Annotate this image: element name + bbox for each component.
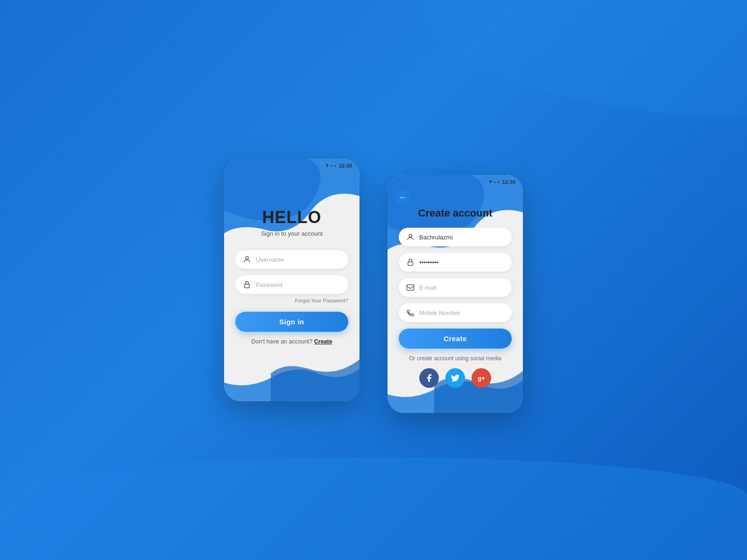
no-account-text: Don't have an account? Create (235, 338, 348, 345)
svg-rect-3 (408, 262, 413, 266)
social-icons-container: g+ (399, 368, 512, 388)
back-button[interactable]: ← (395, 189, 411, 205)
phone2-status-icons: ▾ ▪ ▪ (489, 179, 500, 185)
hello-title: HELLO (235, 208, 348, 227)
svg-rect-4 (407, 285, 414, 290)
social-text: Or create account using social media (399, 355, 512, 362)
bg-wave-bottom (0, 457, 747, 560)
phone1-wave-bottom (224, 345, 359, 401)
phone2-time: 12:30 (502, 179, 515, 185)
svg-rect-1 (245, 284, 250, 288)
wifi-icon: ▾ (326, 162, 329, 168)
facebook-icon (424, 373, 434, 383)
create-button[interactable]: Create (399, 329, 512, 349)
twitter-button[interactable] (445, 368, 465, 388)
sign-in-button[interactable]: Sign in (235, 312, 348, 332)
user-icon (243, 255, 251, 264)
user-icon2 (406, 233, 415, 241)
create-password-group (399, 253, 512, 272)
password-input[interactable] (256, 281, 341, 288)
phone1-status-icons: ▾ ▪ ▪ (326, 162, 336, 168)
email-group (399, 278, 512, 297)
username-input-group (235, 250, 348, 269)
create-password-input[interactable] (419, 259, 504, 266)
svg-point-0 (246, 257, 248, 259)
create-username-input[interactable] (419, 234, 504, 241)
signal-icon2: ▪ (494, 179, 496, 185)
sign-in-subtitle: Sign in to your account (235, 230, 348, 237)
phone-icon (406, 308, 415, 317)
bg-wave-top (420, 0, 747, 117)
lock-icon (243, 280, 251, 289)
create-title: Create account (399, 207, 512, 219)
lock-icon2 (406, 258, 415, 266)
phone1-time: 12:30 (339, 163, 352, 168)
mobile-input[interactable] (419, 309, 504, 316)
username-input[interactable] (256, 256, 341, 263)
google-button[interactable]: g+ (472, 368, 491, 388)
battery-icon: ▪ (334, 163, 336, 168)
phone-create: ▾ ▪ ▪ 12:30 ← Create account (388, 175, 523, 413)
email-input[interactable] (419, 284, 504, 291)
email-icon (406, 283, 415, 292)
phone1-content: HELLO Sign in to your account Forgot You… (224, 208, 359, 345)
create-username-group (399, 228, 512, 246)
phone2-content: Create account (388, 207, 523, 388)
phone2-status-bar: ▾ ▪ ▪ 12:30 (388, 175, 523, 187)
phone-signin: ▾ ▪ ▪ 12:30 HELLO Sign in to your accoun… (224, 159, 359, 401)
battery-icon2: ▪ (498, 179, 500, 185)
create-link[interactable]: Create (314, 338, 332, 345)
twitter-icon (451, 373, 460, 383)
signal-icon: ▪ (331, 163, 332, 168)
google-plus-text: g+ (478, 375, 485, 382)
password-input-group (235, 275, 348, 294)
facebook-button[interactable] (419, 368, 439, 388)
mobile-group (399, 303, 512, 322)
forgot-password-text[interactable]: Forgot Your Password? (235, 298, 348, 303)
phone1-status-bar: ▾ ▪ ▪ 12:30 (224, 159, 359, 170)
phones-container: ▾ ▪ ▪ 12:30 HELLO Sign in to your accoun… (224, 147, 523, 413)
wifi-icon2: ▾ (489, 179, 492, 185)
svg-point-2 (409, 234, 412, 237)
